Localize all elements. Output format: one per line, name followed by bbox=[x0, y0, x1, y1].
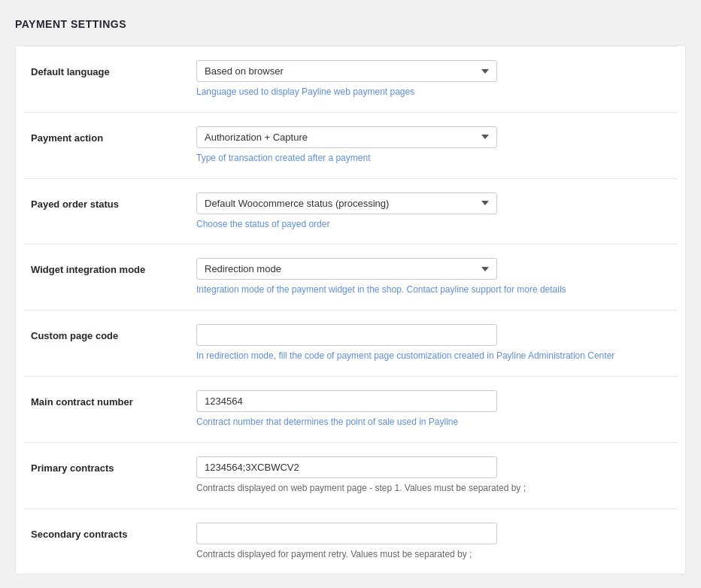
content-payed-order-status: Default Woocommerce status (processing)O… bbox=[196, 192, 670, 231]
content-payment-action: Authorization + CaptureAuthorization Onl… bbox=[196, 126, 670, 165]
select-payment-action[interactable]: Authorization + CaptureAuthorization Onl… bbox=[196, 126, 497, 148]
label-default-language: Default language bbox=[31, 60, 196, 77]
settings-row-secondary-contracts: Secondary contractsContracts displayed f… bbox=[23, 508, 678, 574]
label-payment-action: Payment action bbox=[31, 126, 196, 144]
select-payed-order-status[interactable]: Default Woocommerce status (processing)O… bbox=[196, 192, 497, 214]
label-widget-integration-mode: Widget integration mode bbox=[31, 258, 196, 275]
label-secondary-contracts: Secondary contracts bbox=[31, 523, 196, 540]
settings-row-payed-order-status: Payed order statusDefault Woocommerce st… bbox=[23, 178, 678, 244]
settings-row-main-contract-number: Main contract numberContract number that… bbox=[23, 376, 678, 442]
description-payment-action: Type of transaction created after a paym… bbox=[196, 152, 670, 165]
content-default-language: Based on browserEnglishFrenchGermanSpani… bbox=[196, 60, 670, 99]
input-custom-page-code[interactable] bbox=[196, 324, 497, 346]
settings-row-payment-action: Payment actionAuthorization + CaptureAut… bbox=[23, 112, 678, 178]
page-title: PAYMENT SETTINGS bbox=[15, 18, 686, 30]
settings-container: Default languageBased on browserEnglishF… bbox=[15, 45, 686, 574]
input-secondary-contracts[interactable] bbox=[196, 523, 497, 544]
content-widget-integration-mode: Redirection modeWidget modeIntegration m… bbox=[196, 258, 670, 296]
settings-row-custom-page-code: Custom page codeIn redirection mode, fil… bbox=[23, 310, 678, 376]
content-custom-page-code: In redirection mode, fill the code of pa… bbox=[196, 324, 670, 362]
description-widget-integration-mode: Integration mode of the payment widget i… bbox=[196, 283, 670, 296]
description-primary-contracts: Contracts displayed on web payment page … bbox=[196, 482, 670, 495]
label-main-contract-number: Main contract number bbox=[31, 390, 196, 408]
description-payed-order-status: Choose the status of payed order bbox=[196, 218, 670, 231]
select-widget-integration-mode[interactable]: Redirection modeWidget mode bbox=[196, 258, 497, 280]
description-secondary-contracts: Contracts displayed for payment retry. V… bbox=[196, 548, 670, 561]
settings-row-default-language: Default languageBased on browserEnglishF… bbox=[23, 46, 678, 112]
content-primary-contracts: Contracts displayed on web payment page … bbox=[196, 456, 670, 495]
description-main-contract-number: Contract number that determines the poin… bbox=[196, 416, 670, 429]
label-primary-contracts: Primary contracts bbox=[31, 456, 196, 474]
description-custom-page-code: In redirection mode, fill the code of pa… bbox=[196, 350, 670, 362]
content-main-contract-number: Contract number that determines the poin… bbox=[196, 390, 670, 429]
settings-row-widget-integration-mode: Widget integration modeRedirection modeW… bbox=[23, 244, 678, 310]
label-custom-page-code: Custom page code bbox=[31, 324, 196, 341]
label-payed-order-status: Payed order status bbox=[31, 192, 196, 210]
settings-row-primary-contracts: Primary contractsContracts displayed on … bbox=[23, 442, 678, 508]
input-primary-contracts[interactable] bbox=[196, 456, 497, 478]
description-default-language: Language used to display Payline web pay… bbox=[196, 86, 670, 99]
input-main-contract-number[interactable] bbox=[196, 390, 497, 412]
content-secondary-contracts: Contracts displayed for payment retry. V… bbox=[196, 523, 670, 561]
select-default-language[interactable]: Based on browserEnglishFrenchGermanSpani… bbox=[196, 60, 497, 82]
